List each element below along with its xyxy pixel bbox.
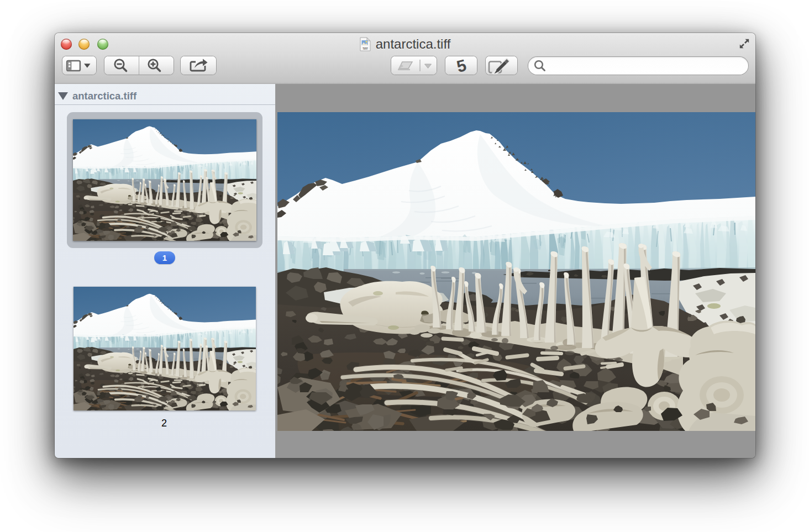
svg-text:5: 5 (455, 56, 468, 75)
svg-text:TIFF: TIFF (363, 48, 368, 50)
